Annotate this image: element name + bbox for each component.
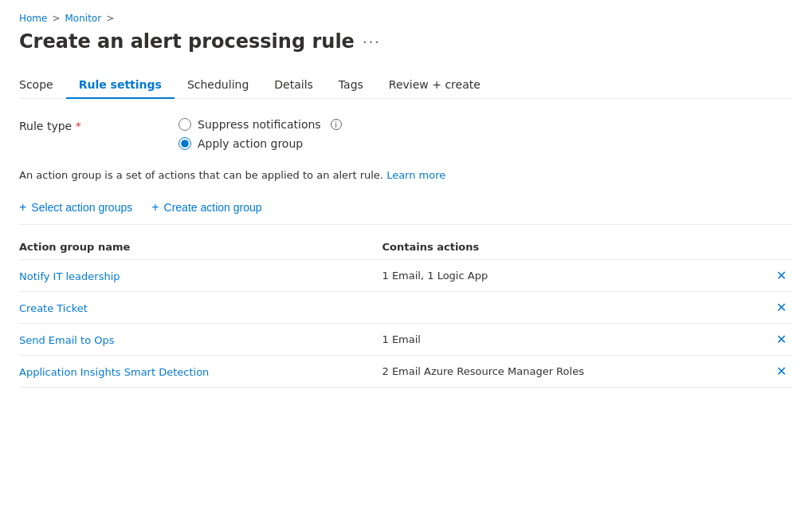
page-title: Create an alert processing rule <box>19 30 355 53</box>
description-text: An action group is a set of actions that… <box>19 169 793 181</box>
select-action-groups-label: Select action groups <box>31 201 132 214</box>
page-container: Home > Monitor > Create an alert process… <box>0 0 812 532</box>
breadcrumb-sep-2: > <box>106 13 114 24</box>
x-icon-3: ✕ <box>776 332 787 347</box>
breadcrumb-sep-1: > <box>52 13 60 24</box>
action-group-link-3[interactable]: Send Email to Ops <box>19 334 115 346</box>
delete-button-2[interactable]: ✕ <box>745 300 793 315</box>
info-icon-suppress[interactable]: i <box>331 119 342 130</box>
create-action-group-button[interactable]: + Create action group <box>151 200 261 215</box>
delete-button-1[interactable]: ✕ <box>745 268 793 283</box>
breadcrumb: Home > Monitor > <box>19 13 793 24</box>
actions-cell-3: 1 Email <box>382 333 746 345</box>
x-icon-4: ✕ <box>776 364 787 379</box>
tab-rule-settings[interactable]: Rule settings <box>66 72 175 99</box>
table-header: Action group name Contains actions <box>19 234 793 260</box>
action-group-link-1[interactable]: Notify IT leadership <box>19 270 120 282</box>
radio-apply-action-label: Apply action group <box>198 137 303 150</box>
rule-type-section: Rule type * Suppress notifications i App… <box>19 118 793 150</box>
table-row: Create Ticket ✕ <box>19 292 793 324</box>
page-title-row: Create an alert processing rule ··· <box>19 30 793 53</box>
action-groups-table: Action group name Contains actions Notif… <box>19 234 793 388</box>
col-header-action-group-name: Action group name <box>19 241 382 253</box>
actions-cell-1: 1 Email, 1 Logic App <box>382 270 746 282</box>
actions-cell-4: 2 Email Azure Resource Manager Roles <box>382 365 746 377</box>
action-buttons-row: + Select action groups + Create action g… <box>19 200 793 225</box>
col-header-delete <box>745 241 793 253</box>
create-action-group-label: Create action group <box>164 201 262 214</box>
description-main: An action group is a set of actions that… <box>19 169 383 181</box>
more-options-icon[interactable]: ··· <box>363 33 381 50</box>
tab-review-create[interactable]: Review + create <box>376 72 493 99</box>
tab-scope[interactable]: Scope <box>19 72 66 99</box>
action-group-link-2[interactable]: Create Ticket <box>19 302 88 314</box>
breadcrumb-monitor[interactable]: Monitor <box>65 13 102 24</box>
x-icon-1: ✕ <box>776 268 787 283</box>
select-action-groups-button[interactable]: + Select action groups <box>19 200 132 215</box>
radio-option-apply-action[interactable]: Apply action group <box>178 137 342 150</box>
table-row: Application Insights Smart Detection 2 E… <box>19 356 793 388</box>
tabs-container: Scope Rule settings Scheduling Details T… <box>19 72 793 99</box>
action-group-link-4[interactable]: Application Insights Smart Detection <box>19 366 209 378</box>
required-indicator: * <box>76 120 81 132</box>
plus-icon-select: + <box>19 200 26 215</box>
radio-suppress[interactable] <box>178 118 191 131</box>
x-icon-2: ✕ <box>776 300 787 315</box>
delete-button-3[interactable]: ✕ <box>745 332 793 347</box>
radio-group: Suppress notifications i Apply action gr… <box>178 118 342 150</box>
plus-icon-create: + <box>151 200 159 215</box>
radio-option-suppress[interactable]: Suppress notifications i <box>178 118 342 131</box>
radio-apply-action[interactable] <box>178 137 191 150</box>
tab-tags[interactable]: Tags <box>326 72 376 99</box>
table-row: Notify IT leadership 1 Email, 1 Logic Ap… <box>19 260 793 292</box>
tab-details[interactable]: Details <box>261 72 326 99</box>
tab-scheduling[interactable]: Scheduling <box>175 72 261 99</box>
delete-button-4[interactable]: ✕ <box>745 364 793 379</box>
breadcrumb-home[interactable]: Home <box>19 13 47 24</box>
learn-more-link[interactable]: Learn more <box>386 169 445 181</box>
radio-suppress-label: Suppress notifications <box>198 118 321 131</box>
col-header-contains-actions: Contains actions <box>382 241 746 253</box>
rule-type-label: Rule type * <box>19 118 178 132</box>
table-row: Send Email to Ops 1 Email ✕ <box>19 324 793 356</box>
